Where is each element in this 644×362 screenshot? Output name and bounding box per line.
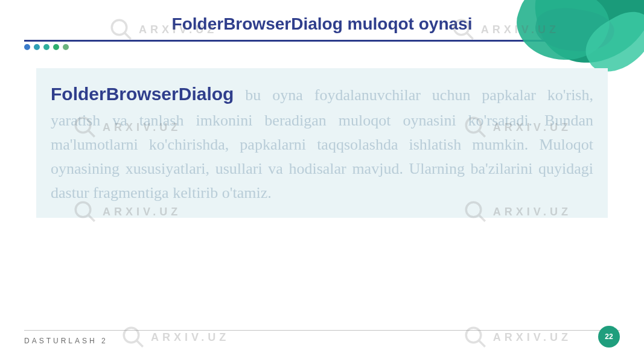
footer-text: DASTURLASH 2 <box>24 337 108 345</box>
dot <box>34 44 40 50</box>
dot <box>43 44 49 50</box>
dot <box>24 44 30 50</box>
dot <box>53 44 59 50</box>
slide-title: FolderBrowserDialog muloqot oynasi <box>0 14 644 34</box>
corner-decoration <box>499 0 644 72</box>
dot <box>63 44 69 50</box>
title-underline <box>24 40 620 42</box>
page-number-badge: 22 <box>598 326 620 348</box>
content-box: FolderBrowserDialog bu oyna foydalanuvch… <box>36 68 608 218</box>
content-lead: FolderBrowserDialog <box>51 84 234 104</box>
content-paragraph: FolderBrowserDialog bu oyna foydalanuvch… <box>51 80 593 206</box>
footer: DASTURLASH 2 22 <box>24 337 620 345</box>
footer-divider <box>24 330 620 331</box>
decorative-dots <box>24 44 644 50</box>
page-number: 22 <box>605 332 613 341</box>
